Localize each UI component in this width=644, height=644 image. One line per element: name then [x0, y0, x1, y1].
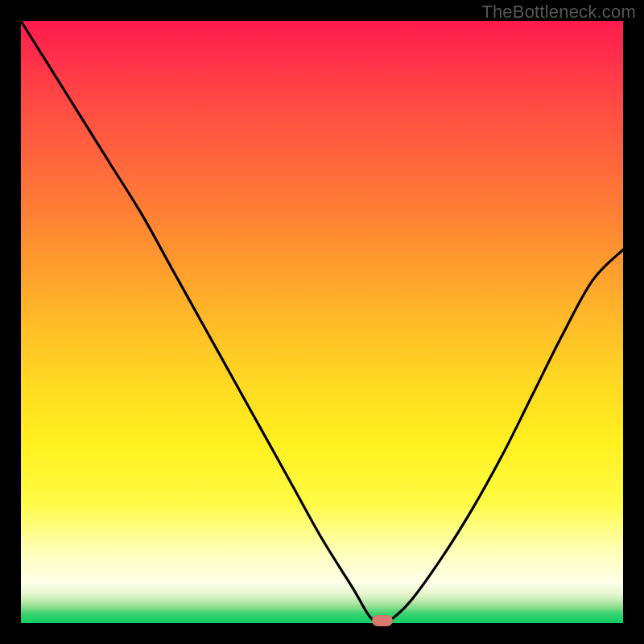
plot-area: [21, 21, 623, 623]
curve-path: [21, 21, 623, 623]
optimal-marker: [372, 615, 393, 626]
bottleneck-curve: [21, 21, 623, 623]
watermark-text: TheBottleneck.com: [481, 2, 636, 23]
chart-frame: TheBottleneck.com: [0, 0, 644, 644]
